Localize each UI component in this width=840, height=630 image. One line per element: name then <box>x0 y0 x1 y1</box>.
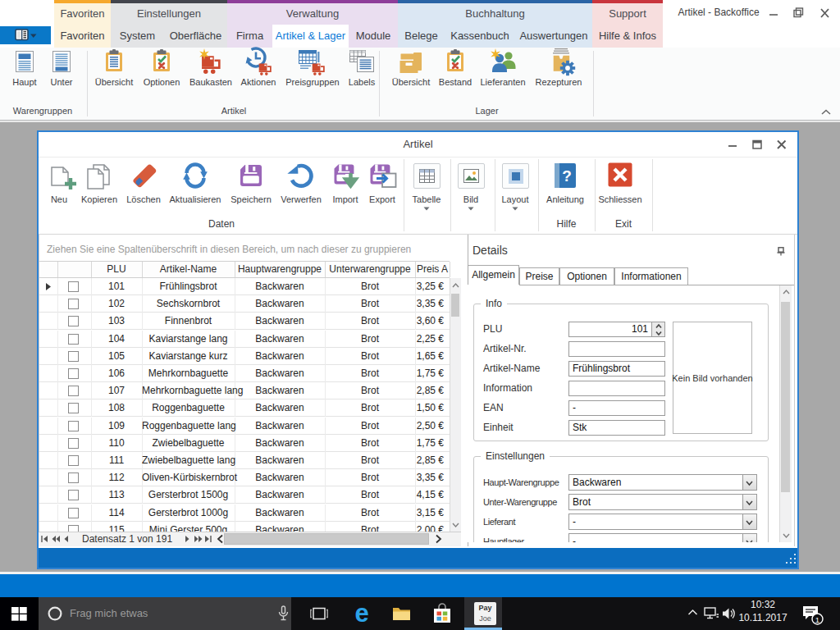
svg-text:?: ? <box>562 167 572 185</box>
svg-text:1: 1 <box>815 615 819 624</box>
